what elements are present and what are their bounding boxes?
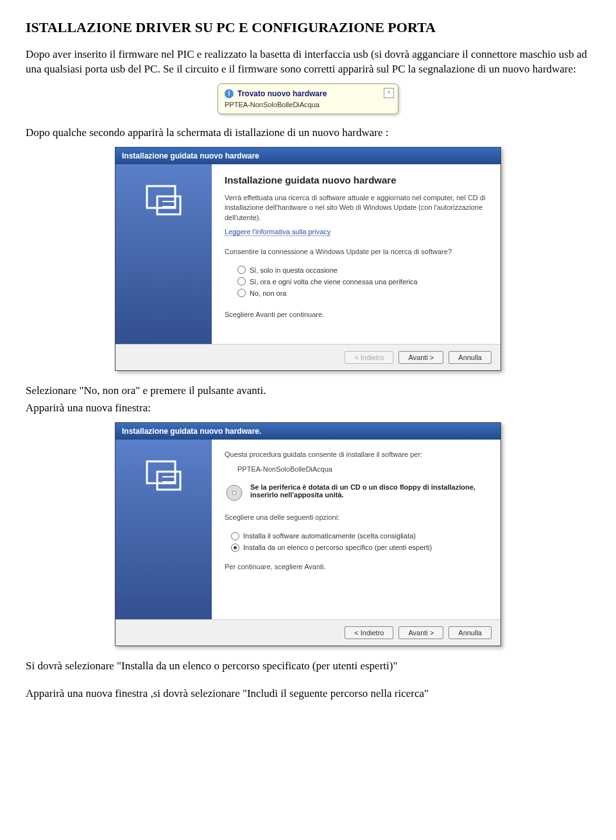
- wizard-2-continue: Per continuare, scegliere Avanti.: [225, 562, 488, 572]
- page-title: ISTALLAZIONE DRIVER SU PC E CONFIGURAZIO…: [26, 19, 590, 36]
- wizard-2-titlebar: Installazione guidata nuovo hardware.: [116, 423, 501, 440]
- balloon-new-hardware: × i Trovato nuovo hardware PPTEA-NonSolo…: [218, 83, 398, 114]
- wizard-1-heading: Installazione guidata nuovo hardware: [225, 175, 488, 185]
- wizard-2-device: PPTEA-NonSoloBolleDiAcqua: [237, 465, 488, 474]
- wizard-1-titlebar: Installazione guidata nuovo hardware: [116, 148, 501, 164]
- svg-rect-1: [157, 196, 180, 214]
- radio-opt-b-label: Installa da un elenco o percorso specifi…: [243, 544, 432, 551]
- next-button[interactable]: Avanti >: [398, 351, 443, 364]
- balloon-subtitle: PPTEA-NonSoloBolleDiAcqua: [225, 101, 391, 108]
- cd-icon: [225, 483, 244, 504]
- radio-opt-2[interactable]: Sì, ora e ogni volta che viene connessa …: [237, 277, 488, 286]
- wizard-1-desc: Verrà effettuata una ricerca di software…: [225, 193, 488, 223]
- wizard-1-sidebar: [116, 164, 212, 344]
- back-button[interactable]: < Indietro: [345, 351, 393, 364]
- radio-opt-1-label: Sì, solo in questa occasione: [250, 266, 338, 274]
- cancel-button[interactable]: Annulla: [449, 351, 492, 364]
- wizard-1-continue: Scegliere Avanti per continuare.: [225, 310, 488, 320]
- radio-opt-2-label: Sì, ora e ogni volta che viene connessa …: [250, 278, 418, 286]
- wizard-2-cd: Se la periferica è dotata di un CD o un …: [250, 483, 475, 499]
- radio-opt-3-label: No, non ora: [250, 289, 286, 297]
- wizard-2-choose: Scegliere una delle seguenti opzioni:: [225, 513, 488, 522]
- hardware-icon: [143, 180, 184, 221]
- radio-opt-a-label: Installa il software automaticamente (sc…: [243, 532, 416, 540]
- privacy-link[interactable]: Leggere l'informativa sulla privacy: [225, 228, 330, 236]
- radio-opt-b[interactable]: Installa da un elenco o percorso specifi…: [231, 544, 488, 552]
- radio-opt-a[interactable]: Installa il software automaticamente (sc…: [231, 532, 488, 540]
- para-4: Apparirà una nuova finestra:: [26, 401, 590, 416]
- wizard-1: Installazione guidata nuovo hardware Ins…: [115, 147, 501, 371]
- hardware-icon: [143, 455, 184, 496]
- radio-opt-1[interactable]: Sì, solo in questa occasione: [237, 266, 488, 274]
- wizard-2: Installazione guidata nuovo hardware. Qu…: [115, 422, 501, 646]
- para-6: Apparirà una nuova finestra ,si dovrà se…: [26, 687, 590, 701]
- wizard-1-question: Consentire la connessione a Windows Upda…: [225, 247, 488, 257]
- balloon-title: Trovato nuovo hardware: [237, 89, 327, 98]
- next-button[interactable]: Avanti >: [398, 626, 443, 639]
- para-5: Si dovrà selezionare "Installa da un ele…: [26, 659, 590, 674]
- svg-point-9: [232, 491, 236, 495]
- wizard-2-sidebar: [116, 440, 212, 619]
- wizard-2-desc: Questa procedura guidata consente di ins…: [225, 450, 488, 459]
- intro-para-1: Dopo aver inserito il firmware nel PIC e…: [26, 47, 590, 77]
- back-button[interactable]: < Indietro: [345, 626, 393, 639]
- intro-para-2: Dopo qualche secondo apparirà la scherma…: [26, 126, 590, 141]
- svg-rect-5: [157, 472, 180, 490]
- close-icon[interactable]: ×: [384, 88, 394, 98]
- cancel-button[interactable]: Annulla: [449, 626, 492, 639]
- para-3: Selezionare "No, non ora" e premere il p…: [26, 384, 590, 399]
- radio-opt-3[interactable]: No, non ora: [237, 289, 488, 297]
- info-icon: i: [225, 89, 234, 98]
